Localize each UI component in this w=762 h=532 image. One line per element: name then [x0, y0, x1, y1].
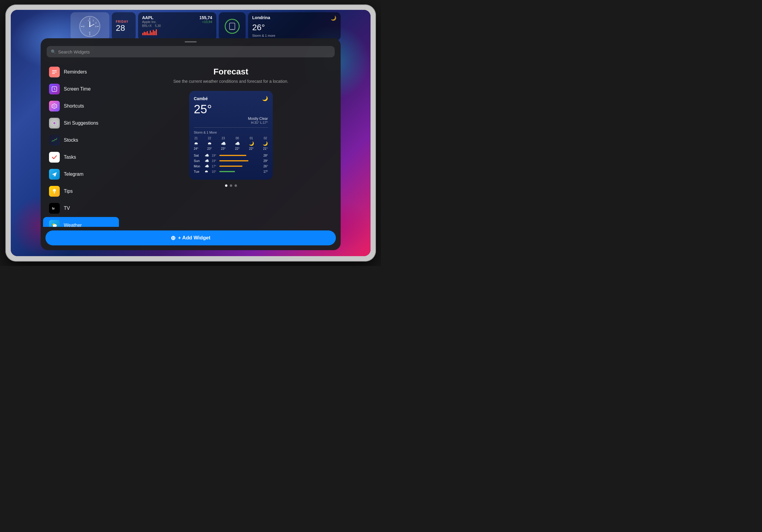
add-widget-button[interactable]: ⊕ + Add Widget — [45, 230, 336, 245]
weather-top-condition: Storm & 1 more — [252, 34, 336, 38]
sidebar-item-stocks[interactable]: Stocks — [43, 132, 119, 149]
hourly-item-0: 21 🌧 24° — [194, 137, 198, 150]
sidebar-item-tasks[interactable]: Tasks — [43, 149, 119, 166]
siri-label: Siri Suggestions — [64, 120, 99, 126]
svg-rect-28 — [54, 192, 55, 193]
daily-row-sat: Sat ☁️ 19° 28° — [194, 153, 268, 158]
svg-line-21 — [54, 89, 55, 90]
reminders-label: Reminders — [64, 69, 87, 75]
weather-preview-location: Cambé — [194, 96, 208, 101]
clock-widget: 12 3 6 9 1 2 — [70, 12, 110, 40]
panel-bottom: ⊕ + Add Widget — [40, 227, 341, 250]
stock-widget: AAPL Apple Inc. 155,74 +10,94 BRL=X 5,30 — [138, 12, 217, 40]
daily-forecast: Sat ☁️ 19° 28° Sun ☁️ 19° — [194, 153, 268, 174]
weather-preview-temp: 25° — [194, 103, 268, 116]
shortcuts-icon — [49, 101, 60, 112]
sidebar-item-tips[interactable]: Tips — [43, 183, 119, 200]
stock-company: Apple Inc. — [142, 20, 157, 24]
content-area: Forecast See the current weather conditi… — [121, 61, 341, 227]
svg-point-27 — [53, 189, 56, 192]
weather-icon — [49, 220, 60, 227]
panel-main-content: Reminders Screen Time — [40, 61, 341, 227]
date-number: 28 — [116, 23, 131, 33]
sidebar: Reminders Screen Time — [40, 61, 121, 227]
svg-text:tv: tv — [52, 207, 55, 210]
stock-ticker: AAPL — [142, 15, 157, 20]
svg-text:12: 12 — [88, 19, 91, 22]
add-widget-plus-icon: ⊕ — [171, 234, 176, 242]
svg-rect-18 — [52, 73, 55, 74]
add-widget-label: + Add Widget — [178, 235, 210, 241]
tasks-label: Tasks — [64, 155, 76, 160]
dot-2 — [230, 185, 232, 187]
weather-top-city: Londrina — [252, 15, 270, 20]
sidebar-item-screen-time[interactable]: Screen Time — [43, 81, 119, 98]
tips-label: Tips — [64, 189, 73, 194]
search-bar-container: 🔍 Search Widgets — [40, 42, 341, 61]
moon-icon: 🌙 — [262, 96, 268, 101]
svg-rect-17 — [52, 72, 57, 72]
ipad-battery-widget — [219, 12, 246, 40]
ipad-frame: 12 3 6 9 1 2 FRIDAY 28 — [5, 5, 376, 262]
widget-panel: 🔍 Search Widgets — [40, 38, 341, 250]
daily-row-sun: Sun ☁️ 19° 29° — [194, 159, 268, 163]
hourly-forecast: 21 🌧 24° 22 🌧 23° 23 ☁️ — [194, 137, 268, 150]
screen-time-label: Screen Time — [64, 86, 91, 92]
widget-title: Forecast — [213, 67, 248, 77]
search-icon: 🔍 — [51, 49, 56, 54]
sidebar-item-shortcuts[interactable]: Shortcuts — [43, 98, 119, 114]
hourly-item-2: 23 ☁️ 23° — [221, 137, 226, 150]
reminders-icon — [49, 67, 60, 77]
weather-hl: H:31° L:17° — [248, 121, 268, 124]
hourly-item-5: 02 🌙 21° — [263, 137, 268, 150]
telegram-icon — [49, 169, 60, 180]
hourly-item-3: 00 ☁️ 22° — [235, 137, 240, 150]
sidebar-item-telegram[interactable]: Telegram — [43, 166, 119, 183]
tv-label: TV — [64, 206, 70, 211]
svg-text:1: 1 — [93, 19, 94, 22]
svg-rect-16 — [52, 70, 57, 71]
stocks-icon — [49, 135, 60, 146]
weather-condition-text: Mostly Clear — [248, 116, 268, 121]
tasks-icon — [49, 152, 60, 163]
shortcuts-label: Shortcuts — [64, 104, 84, 109]
svg-point-13 — [89, 26, 91, 27]
weather-widget-preview: Cambé 🌙 25° Mostly Clear H:31° L:17° — [189, 91, 273, 180]
svg-text:3: 3 — [95, 25, 97, 28]
svg-rect-14 — [230, 23, 235, 30]
sidebar-item-siri[interactable]: Siri Suggestions — [43, 115, 119, 131]
svg-point-26 — [54, 122, 55, 124]
dot-1 — [225, 185, 227, 187]
svg-text:6: 6 — [89, 31, 91, 34]
weather-label: Weather — [64, 223, 82, 227]
ipad-screen: 12 3 6 9 1 2 FRIDAY 28 — [11, 10, 370, 256]
weather-divider — [194, 127, 268, 128]
daily-row-mon: Mon ☁️ 17° 26° — [194, 164, 268, 168]
hourly-item-1: 22 🌧 23° — [207, 137, 212, 150]
widgets-bar: 12 3 6 9 1 2 FRIDAY 28 — [11, 10, 370, 43]
stocks-label: Stocks — [64, 137, 78, 143]
weather-top-temp: 26° — [252, 23, 336, 32]
tips-icon — [49, 186, 60, 197]
date-widget: FRIDAY 28 — [112, 12, 136, 40]
svg-text:2: 2 — [95, 22, 97, 24]
pagination-dots — [225, 185, 237, 187]
svg-text:9: 9 — [83, 25, 85, 28]
hourly-item-4: 01 🌙 22° — [249, 137, 254, 150]
svg-marker-23 — [53, 105, 56, 108]
tv-icon: tv — [49, 203, 60, 214]
storm-label: Storm & 1 More — [194, 131, 268, 134]
day-label: FRIDAY — [116, 20, 131, 23]
sidebar-item-tv[interactable]: tv TV — [43, 200, 119, 217]
dot-3 — [235, 185, 237, 187]
stock-change: +10,94 — [199, 20, 212, 24]
daily-row-tue: Tue 🌧 10° 17° — [194, 170, 268, 174]
search-bar[interactable]: 🔍 Search Widgets — [46, 46, 335, 57]
screen-time-icon — [49, 84, 60, 95]
sidebar-item-reminders[interactable]: Reminders — [43, 64, 119, 80]
stock-price: 155,74 — [199, 15, 212, 20]
widget-description: See the current weather conditions and f… — [173, 79, 288, 84]
sidebar-item-weather[interactable]: Weather — [43, 217, 119, 227]
weather-top-widget: Londrina 🌙 26° Storm & 1 more — [248, 12, 341, 40]
telegram-label: Telegram — [64, 172, 84, 177]
